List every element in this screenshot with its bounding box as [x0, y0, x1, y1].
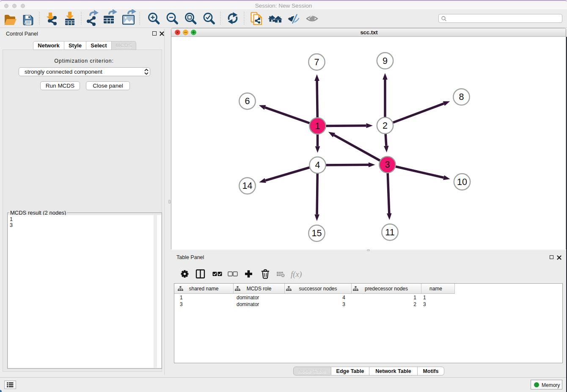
svg-text:f(x): f(x)	[291, 270, 302, 279]
svg-text:4: 4	[315, 160, 320, 170]
svg-text:2: 2	[383, 121, 388, 131]
svg-text:7: 7	[314, 57, 319, 67]
svg-text:9: 9	[383, 56, 388, 66]
svg-text:10: 10	[457, 177, 467, 187]
svg-text:6: 6	[245, 96, 250, 106]
svg-text:14: 14	[242, 181, 253, 191]
svg-text:8: 8	[459, 92, 464, 102]
svg-text:1: 1	[315, 121, 320, 131]
svg-text:15: 15	[312, 228, 322, 238]
svg-text:11: 11	[385, 227, 394, 237]
svg-text:3: 3	[385, 160, 390, 170]
